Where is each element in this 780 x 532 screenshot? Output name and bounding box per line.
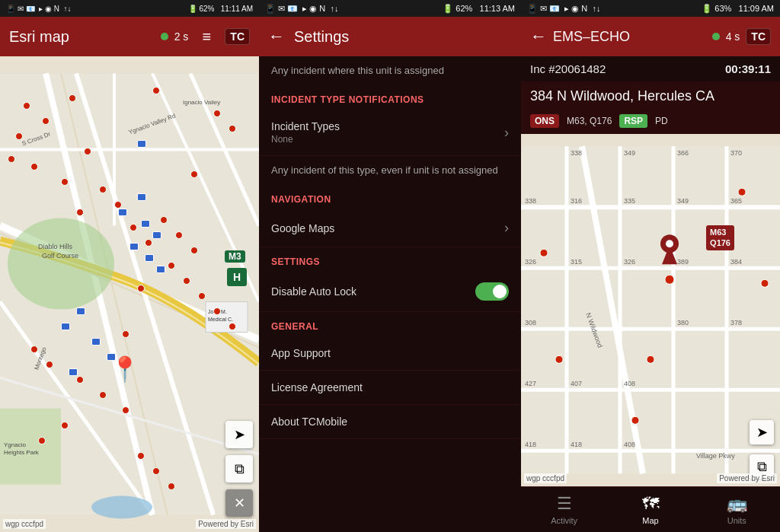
layers-button[interactable]: ⧉ [225, 455, 253, 483]
clear-location-button[interactable]: ✕ [225, 489, 253, 517]
section-header-general: GENERAL [259, 312, 521, 336]
menu-button[interactable]: ≡ [194, 24, 219, 49]
unit-marker [76, 307, 85, 315]
unit-marker [118, 209, 127, 216]
tc-avatar[interactable]: TC [225, 28, 250, 45]
map-dot [23, 102, 30, 110]
about-label: About TCMobile [271, 416, 347, 428]
map-view[interactable]: Diablo Hills Golf Course Ygnacio Heights… [0, 56, 259, 532]
map-dot [84, 148, 91, 155]
compass-button[interactable]: ➤ [750, 420, 774, 444]
incident-number: Inc #20061482 [530, 62, 606, 75]
incident-esri-attribution: Powered by Esri [717, 473, 777, 483]
svg-text:326: 326 [624, 259, 635, 266]
nav-activity-button[interactable]: ☰ Activity [521, 487, 607, 532]
esri-attribution: Powered by Esri [196, 519, 256, 529]
map-dot [99, 391, 107, 399]
svg-text:384: 384 [730, 259, 742, 266]
map-dot [38, 437, 46, 444]
location-pin[interactable]: 📍 [110, 355, 140, 384]
svg-point-63 [631, 417, 639, 425]
map-dot [114, 201, 122, 209]
status-icons-incident: 📱 ✉ 📧 ▸ ◉ N ↑↓ [527, 4, 600, 14]
svg-point-15 [91, 496, 152, 519]
map-dot [15, 132, 23, 140]
map-dot [137, 452, 145, 460]
map-dot [61, 178, 69, 186]
incident-types-label: Incident Types [271, 120, 340, 132]
unit-marker-m63: M63 Q176 [706, 225, 734, 250]
tag-ons: ONS [530, 114, 559, 128]
status-bar-map: 📱 ✉ 📧 ▸ ◉ N ↑↓ 🔋 62% 11:11 AM [0, 0, 259, 17]
map-dot [229, 125, 236, 132]
settings-item-app-support[interactable]: App Support [259, 336, 521, 371]
map-dot [198, 292, 206, 300]
settings-item-license[interactable]: License Agreement [259, 371, 521, 405]
svg-point-65 [761, 280, 769, 288]
settings-title: Settings [294, 28, 512, 46]
svg-text:418: 418 [571, 441, 582, 449]
unit-marker [141, 220, 150, 228]
map-dot [183, 277, 190, 285]
status-bar-left-map: 📱 ✉ 📧 ▸ ◉ N ↑↓ [6, 5, 71, 13]
svg-text:315: 315 [571, 259, 582, 266]
unit-marker [129, 243, 139, 250]
svg-text:335: 335 [624, 198, 635, 205]
map-dot [42, 117, 50, 125]
settings-item-about[interactable]: About TCMobile [259, 405, 521, 439]
map-dot [152, 87, 160, 94]
map-dot [175, 231, 183, 239]
map-dot [160, 216, 168, 224]
svg-text:408: 408 [624, 441, 635, 449]
incident-back-button[interactable]: ← [530, 27, 547, 46]
map-status-dot [161, 33, 168, 40]
disable-autolock-label: Disable Auto Lock [271, 285, 356, 298]
map-dot [145, 239, 152, 247]
navigate-button[interactable]: ➤ [225, 421, 253, 448]
incident-address-text: 384 N Wildwood, Hercules CA [530, 88, 771, 105]
nav-map-button[interactable]: 🗺 Map [607, 487, 693, 532]
map-dot [168, 483, 175, 490]
incident-info-bar: Inc #20061482 00:39:11 [521, 56, 780, 81]
unit-marker [152, 231, 161, 239]
autolock-toggle[interactable] [475, 282, 509, 301]
incident-map-view[interactable]: 338 326 308 427 418 338 349 366 370 316 … [521, 134, 780, 486]
incident-map-watermark: wgp cccfpd [524, 473, 567, 483]
nav-units-button[interactable]: 🚌 Units [694, 487, 780, 532]
map-dot [122, 330, 129, 338]
map-dot [61, 422, 69, 429]
status-bar-right-map: 🔋 62% 11:11 AM [188, 5, 253, 13]
svg-text:Village Pkwy: Village Pkwy [696, 453, 735, 460]
settings-item-disable-autolock[interactable]: Disable Auto Lock [259, 272, 521, 312]
google-maps-label: Google Maps [271, 222, 334, 234]
map-dot [99, 186, 107, 193]
map-dot [213, 110, 221, 117]
map-dot [8, 155, 15, 163]
unit-marker [61, 323, 70, 330]
settings-item-incident-types[interactable]: Incident Types None › [259, 110, 521, 156]
map-status-text: 2 s [174, 30, 189, 43]
svg-text:Diablo Hills: Diablo Hills [38, 243, 73, 250]
map-svg: Diablo Hills Golf Course Ygnacio Heights… [0, 56, 259, 532]
panel-settings: 📱 ✉ 📧 ▸ ◉ N ↑↓ 🔋 62% 11:13 AM ← Settings… [259, 0, 521, 532]
svg-text:349: 349 [677, 198, 689, 205]
svg-text:408: 408 [624, 381, 635, 388]
svg-point-64 [738, 189, 746, 196]
toggle-slider [475, 282, 509, 301]
incident-status-dot [712, 33, 720, 40]
unit-marker [156, 266, 165, 273]
unit-marker [137, 140, 146, 148]
map-nav-label: Map [642, 516, 658, 525]
section-header-incident-type: INCIDENT TYPE NOTIFICATIONS [259, 85, 521, 110]
units-ons: M63, Q176 [564, 114, 615, 128]
map-dot [137, 285, 145, 292]
incident-tc-avatar[interactable]: TC [746, 28, 771, 45]
panel-incident: 📱 ✉ 📧 ▸ ◉ N ↑↓ 🔋 63% 11:09 AM ← EMS–ECHO… [521, 0, 780, 532]
settings-back-button[interactable]: ← [268, 27, 285, 46]
map-dot [129, 224, 137, 231]
svg-text:418: 418 [525, 441, 536, 449]
map-dot [30, 346, 38, 353]
svg-text:Ignacio Valley: Ignacio Valley [183, 99, 220, 106]
units-icon: 🚌 [727, 494, 747, 514]
settings-item-google-maps[interactable]: Google Maps › [259, 209, 521, 247]
